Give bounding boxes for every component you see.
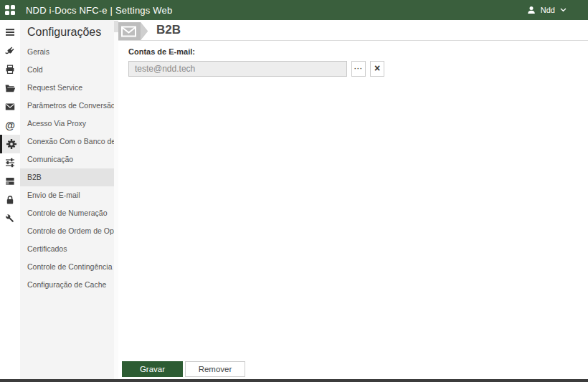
save-button[interactable]: Gravar bbox=[122, 361, 183, 377]
sidebar-item-controle-ordem-operacao[interactable]: Controle de Ordem de Operação bbox=[20, 222, 118, 240]
footer-actions: Gravar Remover bbox=[122, 361, 245, 377]
sidebar-item-configuracao-de-cache[interactable]: Configuração de Cache bbox=[20, 276, 118, 294]
at-glyph: @ bbox=[5, 120, 15, 130]
apps-grid-icon[interactable] bbox=[0, 0, 20, 20]
browse-button[interactable]: ··· bbox=[351, 61, 366, 77]
menu-icon[interactable] bbox=[0, 23, 20, 42]
wrench-icon[interactable] bbox=[0, 209, 20, 228]
sidebar-item-certificados[interactable]: Certificados bbox=[20, 240, 118, 258]
sidebar-title: Configurações bbox=[20, 20, 118, 43]
sidebar-item-comunicacao[interactable]: Comunicação bbox=[20, 151, 118, 168]
server-icon[interactable] bbox=[0, 172, 20, 191]
sidebar-item-gerais[interactable]: Gerais bbox=[20, 43, 118, 61]
chevron-down-icon bbox=[560, 8, 566, 12]
sidebar-item-controle-de-contingencia[interactable]: Controle de Contingência bbox=[20, 258, 118, 276]
sidebar-item-parametros-de-conversao[interactable]: Parâmetros de Conversão bbox=[20, 97, 118, 115]
email-input-row: ··· × bbox=[128, 61, 588, 77]
gear-icon[interactable] bbox=[0, 135, 20, 153]
page-header: B2B bbox=[118, 20, 588, 41]
top-bar: NDD i-Docs NFC-e | Settings Web Ndd bbox=[0, 0, 588, 20]
user-icon bbox=[527, 6, 536, 14]
ellipsis-icon: ··· bbox=[354, 65, 363, 72]
plug-icon[interactable] bbox=[0, 42, 20, 60]
lock-icon[interactable] bbox=[0, 191, 20, 209]
page-title: B2B bbox=[156, 23, 181, 37]
email-accounts-label: Contas de E-mail: bbox=[128, 47, 588, 56]
envelope-badge-icon bbox=[118, 22, 148, 41]
user-menu[interactable]: Ndd bbox=[527, 6, 566, 14]
sidebar-item-b2b[interactable]: B2B bbox=[20, 168, 118, 186]
sidebar-item-cold[interactable]: Cold bbox=[20, 61, 118, 79]
b2b-form: Contas de E-mail: ··· × bbox=[118, 41, 588, 77]
sidebar-item-envio-de-email[interactable]: Envio de E-mail bbox=[20, 186, 118, 204]
clear-button[interactable]: × bbox=[370, 61, 384, 77]
mail-icon[interactable] bbox=[0, 97, 20, 116]
sidebar-item-conexao-banco-de-dados[interactable]: Conexão Com o Banco de Dados bbox=[20, 133, 118, 151]
settings-sidebar: Configurações GeraisColdRequest ServiceP… bbox=[20, 20, 118, 379]
main-panel: B2B Contas de E-mail: ··· × Gravar Remov… bbox=[118, 20, 588, 379]
sliders-icon[interactable] bbox=[0, 153, 20, 172]
sidebar-menu: GeraisColdRequest ServiceParâmetros de C… bbox=[20, 43, 118, 294]
app-title: NDD i-Docs NFC-e | Settings Web bbox=[26, 5, 172, 16]
folder-icon[interactable] bbox=[0, 79, 20, 97]
sidebar-item-request-service[interactable]: Request Service bbox=[20, 79, 118, 97]
grid-icon bbox=[5, 5, 15, 15]
remove-button[interactable]: Remover bbox=[185, 361, 245, 377]
icon-strip: @ bbox=[0, 20, 20, 379]
email-accounts-input[interactable] bbox=[128, 61, 347, 77]
user-name: Ndd bbox=[541, 6, 555, 14]
x-icon: × bbox=[374, 62, 380, 74]
sidebar-item-controle-de-numeracao[interactable]: Controle de Numeração bbox=[20, 204, 118, 222]
at-sign-icon[interactable]: @ bbox=[0, 116, 20, 135]
bottom-bar bbox=[0, 379, 588, 382]
printer-icon[interactable] bbox=[0, 60, 20, 79]
sidebar-item-acesso-via-proxy[interactable]: Acesso Via Proxy bbox=[20, 115, 118, 133]
